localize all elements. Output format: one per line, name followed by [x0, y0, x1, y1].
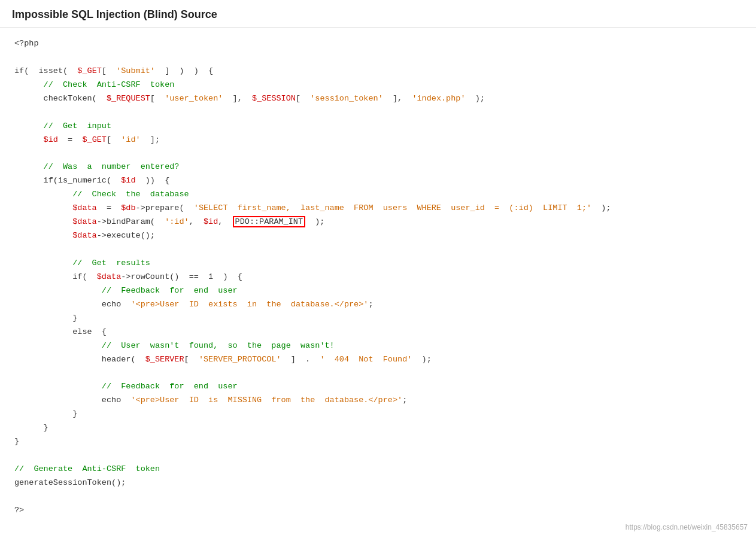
code-line: // Feedback for end user — [14, 284, 742, 298]
page-title: Impossible SQL Injection (Blind) Source — [12, 8, 217, 20]
code-line — [14, 147, 742, 161]
code-line: // Generate Anti-CSRF token — [14, 463, 742, 476]
code-container: <?php if( isset( $_GET[ 'Submit' ] ) ) {… — [0, 28, 756, 527]
code-line — [14, 490, 742, 504]
code-line: if(is_numeric( $id )) { — [14, 174, 742, 188]
footer-bar: https://blog.csdn.net/weixin_45835657 — [617, 519, 756, 535]
code-line: } — [14, 421, 742, 435]
code-line — [14, 106, 742, 120]
code-line — [14, 367, 742, 381]
code-line: $id = $_GET[ 'id' ]; — [14, 133, 742, 147]
code-line: // Feedback for end user — [14, 380, 742, 394]
code-line: $data->bindParam( ':id', $id, PDO::PARAM… — [14, 215, 742, 229]
code-line: if( $data->rowCount() == 1 ) { — [14, 270, 742, 284]
code-line: } — [14, 435, 742, 449]
code-line: // Check Anti-CSRF token — [14, 78, 742, 92]
code-line: else { — [14, 326, 742, 339]
page-wrapper: Impossible SQL Injection (Blind) Source … — [0, 0, 756, 535]
code-line: // Check the database — [14, 188, 742, 202]
code-line: } — [14, 312, 742, 326]
code-line: $data = $db->prepare( 'SELECT first_name… — [14, 202, 742, 215]
code-line — [14, 51, 742, 65]
code-line: // Get results — [14, 257, 742, 270]
code-line: checkToken( $_REQUEST[ 'user_token' ], $… — [14, 92, 742, 106]
code-line: $data->execute(); — [14, 229, 742, 243]
code-line: generateSessionToken(); — [14, 476, 742, 490]
code-line: // Get input — [14, 120, 742, 133]
page-title-bar: Impossible SQL Injection (Blind) Source — [0, 0, 756, 28]
code-line: // Was a number entered? — [14, 160, 742, 174]
code-line: header( $_SERVER[ 'SERVER_PROTOCOL' ] . … — [14, 353, 742, 367]
code-line: ?> — [14, 504, 742, 518]
footer-url: https://blog.csdn.net/weixin_45835657 — [626, 523, 748, 531]
code-line: echo '<pre>User ID exists in the databas… — [14, 298, 742, 312]
code-line: <?php — [14, 37, 742, 51]
code-line — [14, 243, 742, 257]
code-line: // User wasn't found, so the page wasn't… — [14, 339, 742, 353]
code-line: } — [14, 408, 742, 421]
code-line: echo '<pre>User ID is MISSING from the d… — [14, 394, 742, 408]
code-line: if( isset( $_GET[ 'Submit' ] ) ) { — [14, 65, 742, 78]
code-line — [14, 449, 742, 463]
highlight-pdo-param-int: PDO::PARAM_INT — [233, 216, 305, 227]
